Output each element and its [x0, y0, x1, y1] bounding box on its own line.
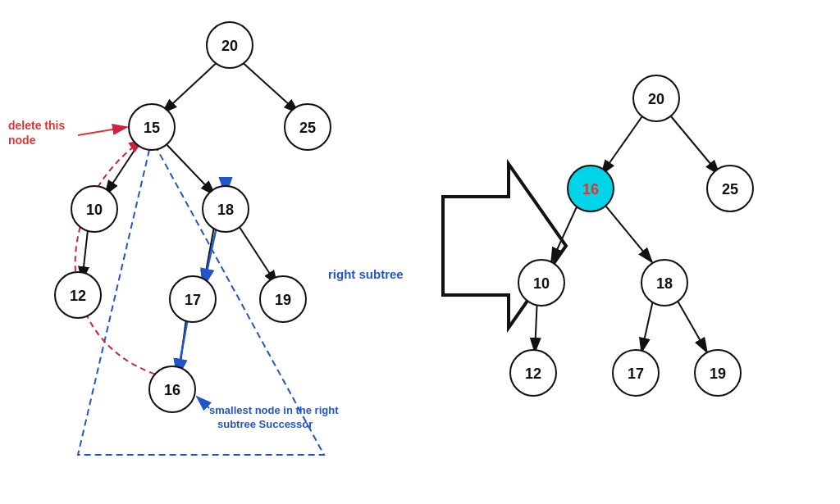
delete-label-line2: node: [8, 134, 36, 147]
r-node-16-label: 16: [582, 181, 599, 198]
node-19-label: 19: [275, 292, 291, 308]
edge-20-15: [162, 59, 221, 113]
r-node-25-label: 25: [722, 181, 738, 198]
r-node-12-label: 12: [525, 366, 541, 382]
node-15-label: 15: [144, 120, 160, 136]
successor-arrow: [197, 397, 209, 408]
r-node-18-label: 18: [656, 275, 673, 292]
smallest-label-line1: smallest node in the right: [209, 404, 339, 416]
r-node-10-label: 10: [533, 275, 550, 292]
right-subtree-label: right subtree: [328, 267, 404, 281]
edge-15-18: [162, 140, 215, 195]
r-edge-16-18: [602, 202, 652, 262]
node-25-label: 25: [299, 120, 316, 136]
edge-20-25: [239, 59, 299, 113]
node-20-label: 20: [221, 38, 238, 54]
smallest-label-line2: subtree Successor: [217, 418, 313, 430]
node-17-label: 17: [185, 292, 201, 308]
delete-label-line1: delete this: [8, 119, 65, 132]
r-node-19-label: 19: [710, 366, 726, 382]
delete-arrow: [78, 127, 127, 135]
edge-15-10: [105, 140, 141, 195]
main-visualization: 20 15 25 10 18 12 17 19 16 delete this n…: [0, 0, 840, 504]
r-edge-20-25: [667, 111, 719, 175]
r-node-17-label: 17: [628, 366, 644, 382]
node-12-label: 12: [70, 288, 86, 304]
r-edge-18-19: [675, 297, 707, 352]
r-edge-20-16: [601, 111, 646, 175]
node-16-label: 16: [164, 382, 180, 398]
node-10-label: 10: [86, 202, 103, 218]
r-edge-18-17: [641, 297, 654, 352]
r-node-20-label: 20: [648, 91, 664, 107]
red-curved-arrow: [75, 139, 164, 377]
node-18-label: 18: [217, 202, 234, 218]
blue-arrow-18-17: [203, 223, 217, 287]
edge-18-19: [236, 222, 277, 285]
